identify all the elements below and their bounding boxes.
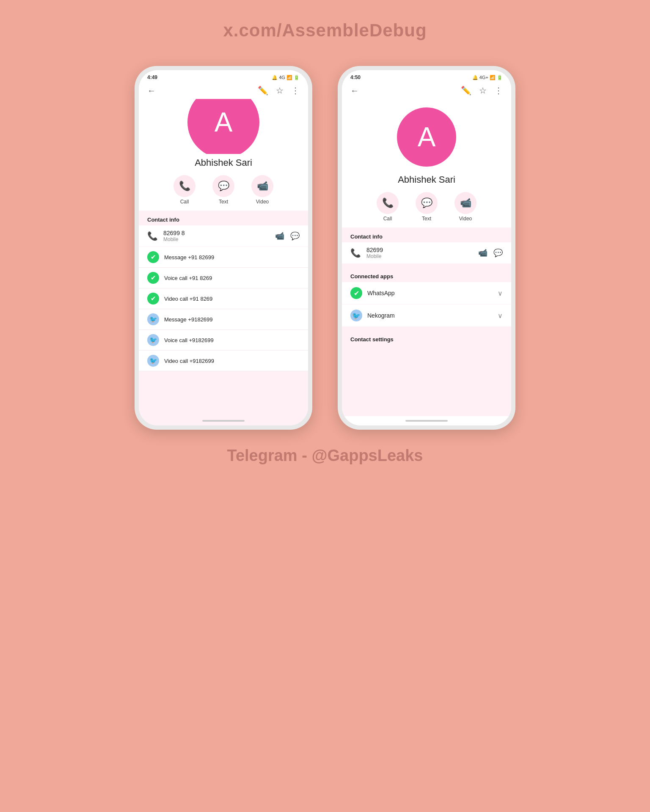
footer-telegram: Telegram - @GappsLeaks	[227, 447, 423, 465]
whatsapp-row[interactable]: ✔ WhatsApp ∨	[342, 282, 511, 304]
list-item-4[interactable]: 🐦 Voice call +9182699	[139, 330, 308, 351]
call-button-2[interactable]: 📞 Call	[377, 192, 399, 222]
video-label-2: Video	[459, 216, 472, 222]
list-item-5[interactable]: 🐦 Video call +9182699	[139, 351, 308, 371]
status-bar-2: 4:50 🔔 4G+ 📶 🔋	[342, 70, 511, 82]
whatsapp-icon-1: ✔	[147, 272, 159, 284]
back-icon-1[interactable]: ←	[147, 86, 156, 96]
phone-icon-1: 📞	[147, 231, 157, 241]
connected-apps-header: Connected apps	[342, 267, 511, 282]
more-icon-1[interactable]: ⋮	[291, 85, 300, 96]
contact-name-2: Abhishek Sari	[342, 171, 511, 188]
message-icon-2[interactable]: 💬	[493, 248, 503, 258]
divider-1	[342, 264, 511, 267]
text-button-1[interactable]: 💬 Text	[212, 175, 234, 205]
call-label-2: Call	[383, 216, 392, 222]
status-bar-1: 4:49 🔔 4G 📶 🔋	[139, 70, 308, 82]
phone-content-1: Contact info 📞 82699 8 Mobile 📹 💬 ✔	[139, 211, 308, 416]
avatar-area-2: A	[342, 99, 511, 171]
more-icon-2[interactable]: ⋮	[494, 85, 503, 96]
divider-2	[342, 327, 511, 330]
video-icon-1: 📹	[251, 175, 273, 197]
text-button-2[interactable]: 💬 Text	[416, 192, 438, 222]
header-title: x.com/AssembleDebug	[223, 20, 427, 41]
phone-row-actions-1: 📹 💬	[275, 231, 300, 241]
nekogram-row[interactable]: 🐦 Nekogram ∨	[342, 304, 511, 326]
whatsapp-app-icon: ✔	[350, 287, 362, 299]
phone-text-2: 82699 Mobile	[366, 247, 472, 259]
whatsapp-icon-0: ✔	[147, 251, 159, 263]
video-label-1: Video	[256, 199, 269, 205]
home-indicator-1	[139, 416, 308, 425]
action-buttons-1: 📞 Call 💬 Text 📹 Video	[139, 171, 308, 211]
call-icon-2: 📞	[377, 192, 399, 214]
video-button-1[interactable]: 📹 Video	[251, 175, 273, 205]
avatar-circle-1: A	[187, 99, 259, 154]
call-icon-1: 📞	[174, 175, 196, 197]
call-label-1: Call	[180, 199, 189, 205]
phone-row-1[interactable]: 📞 82699 8 Mobile 📹 💬	[139, 225, 308, 247]
list-item-2[interactable]: ✔ Video call +91 8269	[139, 288, 308, 309]
phone-1: 4:49 🔔 4G 📶 🔋 ← ✏️ ☆ ⋮ A Abhishek Sari	[135, 66, 312, 430]
nekogram-app-icon: 🐦	[350, 310, 362, 321]
phone-icon-2: 📞	[350, 248, 361, 258]
contact-settings-header: Contact settings	[342, 330, 511, 345]
phone-text-1: 82699 8 Mobile	[163, 230, 269, 242]
contact-name-1: Abhishek Sari	[139, 154, 308, 171]
contact-info-header-1: Contact info	[139, 211, 308, 225]
nekogram-icon-1: 🐦	[147, 334, 159, 346]
list-item-1[interactable]: ✔ Voice call +91 8269	[139, 268, 308, 288]
status-icons-1: 🔔 4G 📶 🔋	[272, 75, 300, 80]
text-icon-2: 💬	[416, 192, 438, 214]
phone-content-2: Contact info 📞 82699 Mobile 📹 💬 Connect	[342, 228, 511, 416]
list-item-3[interactable]: 🐦 Message +9182699	[139, 309, 308, 330]
nav-bar-2: ← ✏️ ☆ ⋮	[342, 82, 511, 99]
edit-icon-1[interactable]: ✏️	[258, 85, 268, 96]
time-2: 4:50	[350, 74, 361, 80]
text-label-2: Text	[422, 216, 431, 222]
list-item-0[interactable]: ✔ Message +91 82699	[139, 247, 308, 268]
nekogram-app-name: Nekogram	[367, 312, 493, 319]
video-call-icon-2[interactable]: 📹	[478, 248, 488, 258]
whatsapp-chevron-icon: ∨	[498, 289, 503, 297]
phone-row-actions-2: 📹 💬	[478, 248, 503, 258]
text-label-1: Text	[219, 199, 228, 205]
home-bar-2	[405, 420, 448, 422]
video-button-2[interactable]: 📹 Video	[454, 192, 476, 222]
nekogram-icon-2: 🐦	[147, 355, 159, 367]
nav-bar-1: ← ✏️ ☆ ⋮	[139, 82, 308, 99]
home-bar-1	[202, 420, 245, 422]
whatsapp-app-name: WhatsApp	[367, 290, 493, 296]
star-icon-2[interactable]: ☆	[479, 85, 487, 96]
time-1: 4:49	[147, 74, 157, 80]
phone-row-2[interactable]: 📞 82699 Mobile 📹 💬	[342, 242, 511, 263]
home-indicator-2	[342, 416, 511, 425]
edit-icon-2[interactable]: ✏️	[461, 85, 471, 96]
video-call-icon-1[interactable]: 📹	[275, 231, 284, 241]
text-icon-1: 💬	[212, 175, 234, 197]
nekogram-icon-0: 🐦	[147, 313, 159, 325]
phones-container: 4:49 🔔 4G 📶 🔋 ← ✏️ ☆ ⋮ A Abhishek Sari	[135, 66, 515, 430]
contact-info-header-2: Contact info	[342, 228, 511, 242]
action-buttons-2: 📞 Call 💬 Text 📹 Video	[342, 188, 511, 228]
phone-2: 4:50 🔔 4G+ 📶 🔋 ← ✏️ ☆ ⋮ A Abhishek Sari	[338, 66, 515, 430]
avatar-circle-2: A	[397, 107, 456, 167]
message-icon-1[interactable]: 💬	[290, 231, 300, 241]
whatsapp-icon-2: ✔	[147, 293, 159, 304]
status-icons-2: 🔔 4G+ 📶 🔋	[472, 75, 503, 80]
back-icon-2[interactable]: ←	[350, 86, 359, 96]
video-icon-2: 📹	[454, 192, 476, 214]
call-button-1[interactable]: 📞 Call	[174, 175, 196, 205]
star-icon-1[interactable]: ☆	[276, 85, 284, 96]
avatar-area-1: A	[139, 99, 308, 154]
nekogram-chevron-icon: ∨	[498, 312, 503, 320]
